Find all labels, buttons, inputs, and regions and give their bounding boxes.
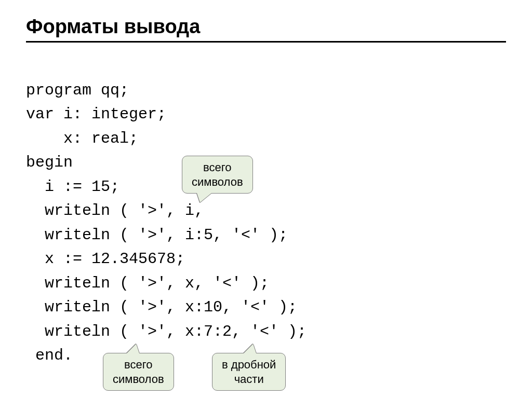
code-line-9: writeln ( '>', x, '<' ); [26,275,269,292]
code-line-6: writeln ( '>', i, [26,202,204,219]
callout-tail-icon [127,344,139,353]
callout-fractional-part: в дробной части [212,353,286,391]
code-line-5: i := 15; [26,178,119,196]
title-divider [26,41,506,43]
callout-tail-icon [244,344,256,353]
code-block: program qq; var i: integer; x: real; beg… [26,54,506,392]
callout-text: всего символов [113,358,164,386]
slide: Форматы вывода program qq; var i: intege… [0,0,532,398]
code-line-2: var i: integer; [26,105,166,123]
callout-text: в дробной части [222,358,276,386]
code-line-3: x: real; [26,130,138,147]
code-line-8: x := 12.345678; [26,250,185,268]
code-line-4: begin [26,154,73,171]
code-line-1: program qq; [26,81,129,99]
code-line-12: end. [26,347,73,364]
callout-text: всего символов [192,161,243,188]
callout-total-chars-bottom: всего символов [103,353,174,391]
code-line-11: writeln ( '>', x:7:2, '<' ); [26,323,307,340]
callout-tail-icon [197,193,211,202]
page-title: Форматы вывода [26,16,506,38]
code-line-10: writeln ( '>', x:10, '<' ); [26,298,297,316]
code-line-7: writeln ( '>', i:5, '<' ); [26,226,288,244]
callout-total-chars-top: всего символов [182,156,253,194]
